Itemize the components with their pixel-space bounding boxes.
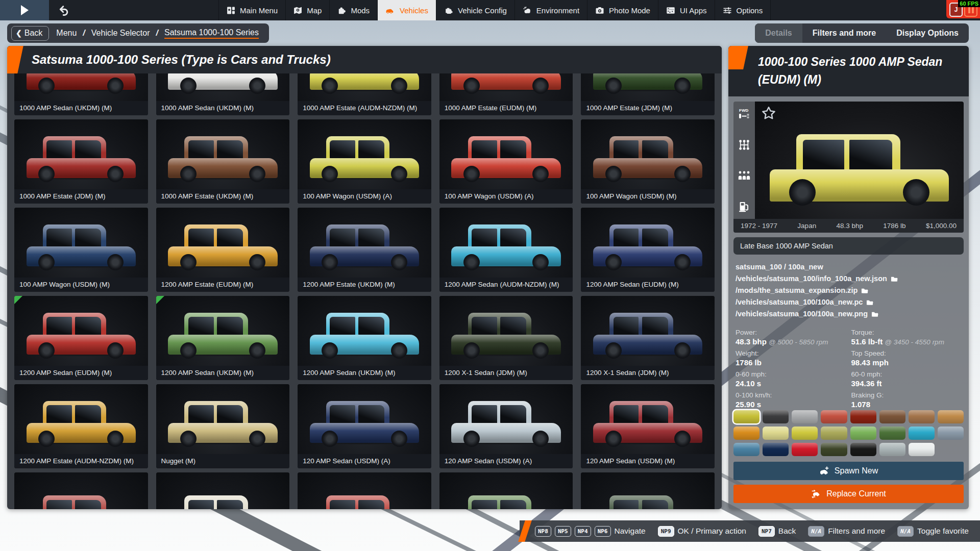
vehicle-card[interactable]: 1000 AMP Estate (UKDM) (M) [156,119,290,204]
car-thumbnail [593,227,703,270]
vehicle-card[interactable]: 1200 AMP Sedan (UKDM) (M) [156,296,290,380]
vehicle-card[interactable]: 1200 AMP Sedan (EUDM) (M) [14,296,148,380]
car-thumbnail [168,73,278,94]
paint-swatch[interactable] [850,443,876,456]
menu-item-vehicle-config[interactable]: Vehicle Config [436,0,514,20]
vehicle-card[interactable]: 1000 AMP Sedan (UKDM) (M) [14,73,148,115]
paint-swatch[interactable] [909,410,935,423]
svg-text:FWD: FWD [739,108,748,113]
vehicle-card[interactable]: 1000 AMP Estate (EUDM) (M) [439,73,573,115]
menu-item-main-menu[interactable]: Main Menu [218,0,285,20]
vehicle-card[interactable]: 100 AMP Wagon (USDM) (M) [581,119,715,204]
stat-0-100-km-h: 0-100 km/h:25.90 s [736,391,846,408]
vehicle-card[interactable]: 1200 AMP Sedan (UKDM) (M) [298,296,431,380]
vehicle-card-label: 1000 AMP Estate (UKDM) (M) [156,189,290,204]
vehicle-grid-viewport[interactable]: 1000 AMP Sedan (UKDM) (M)1000 AMP Sedan … [7,73,722,509]
vehicle-card[interactable]: 1000 AMP Estate (JDM) (M) [14,119,148,204]
vehicle-card[interactable]: 1000 AMP Estate (JDM) (M) [581,73,715,115]
vehicle-card[interactable]: 100 AMP Wagon (USDM) (A) [439,119,573,204]
vehicle-card[interactable]: 1200 X-1 Sedan (JDM) (M) [581,296,715,380]
vehicle-card[interactable] [14,472,148,509]
spawn-new-button[interactable]: Spawn New [733,462,964,480]
vehicle-thumbnail [581,384,715,454]
vehicle-thumbnail [439,208,573,278]
breadcrumb-menu[interactable]: Menu [56,29,77,38]
paint-swatch[interactable] [792,443,818,456]
menu-item-ui-apps[interactable]: UI Apps [658,0,715,20]
vehicle-card[interactable]: 1200 X-1 Sedan (JDM) (M) [439,296,573,380]
paint-swatch[interactable] [850,427,876,440]
car-thumbnail [593,404,703,447]
folder-icon[interactable] [866,299,873,306]
vehicle-card[interactable]: 100 AMP Wagon (USDM) (A) [298,119,431,204]
undo-button[interactable] [49,0,79,20]
vehicle-card[interactable] [581,472,715,509]
menu-item-vehicles[interactable]: Vehicles [377,0,436,20]
paint-swatch[interactable] [763,443,789,456]
back-button[interactable]: ❮ Back [11,26,49,41]
paint-swatch[interactable] [909,443,935,456]
replace-current-button[interactable]: Replace Current [733,485,964,503]
menu-item-label: Mods [351,6,370,15]
paint-swatch[interactable] [821,427,847,440]
paint-swatch[interactable] [733,427,760,440]
menu-item-photo-mode[interactable]: Photo Mode [587,0,658,20]
tab-filters-and-more[interactable]: Filters and more [802,23,886,43]
tab-display-options[interactable]: Display Options [886,23,969,43]
paint-swatch[interactable] [938,427,964,440]
folder-icon[interactable] [891,276,898,282]
menu-item-label: Photo Mode [609,6,650,15]
vehicle-card[interactable]: Nugget (M) [156,384,290,468]
paint-swatch[interactable] [763,427,789,440]
paint-swatch[interactable] [879,410,905,423]
car-thumbnail [168,139,278,182]
vehicle-card[interactable]: 120 AMP Sedan (USDM) (M) [581,384,715,468]
vehicle-card[interactable]: 100 AMP Wagon (USDM) (M) [14,208,148,292]
vehicle-power: 48.3 bhp [836,222,863,230]
menu-item-environment[interactable]: Environment [514,0,587,20]
tab-details[interactable]: Details [755,23,802,43]
folder-icon[interactable] [861,287,868,294]
vehicle-card[interactable]: 1200 AMP Estate (UKDM) (M) [298,208,431,292]
vehicle-thumbnail [581,472,715,509]
vehicle-file-path: /vehicles/satsuma_100/100a_new.png [736,310,962,318]
vehicle-card[interactable]: 1000 AMP Sedan (UKDM) (M) [156,73,290,115]
paint-swatch[interactable] [879,443,905,456]
vehicle-thumbnail [581,296,715,366]
menu-item-mods[interactable]: Mods [329,0,377,20]
breadcrumb-current-series[interactable]: Satsuma 1000-100 Series [164,28,259,39]
vehicle-card[interactable] [156,472,290,509]
paint-swatch[interactable] [821,443,847,456]
vehicle-card[interactable]: 1000 AMP Estate (AUDM-NZDM) (M) [298,73,431,115]
paint-swatch[interactable] [850,410,876,423]
paint-swatch[interactable] [792,427,818,440]
menu-item-label: Vehicle Config [458,6,507,15]
breadcrumb-vehicle-selector[interactable]: Vehicle Selector [91,29,150,38]
vehicle-card-label: 100 AMP Wagon (USDM) (A) [298,189,431,204]
vehicle-card[interactable]: 120 AMP Sedan (USDM) (A) [439,384,573,468]
paint-swatch[interactable] [763,410,789,423]
folder-icon[interactable] [871,311,878,317]
vehicle-card[interactable] [298,472,431,509]
hint-navigate: NP8NP5NP4NP6Navigate [535,526,646,537]
vehicle-card[interactable]: 1200 AMP Estate (EUDM) (M) [156,208,290,292]
vehicle-thumbnail [439,73,573,101]
paint-swatch[interactable] [792,410,818,423]
paint-swatch[interactable] [821,410,847,423]
vehicle-card[interactable]: 1200 AMP Estate (AUDM-NZDM) (M) [14,384,148,468]
menu-item-map[interactable]: Map [285,0,329,20]
favorite-star-icon[interactable] [761,106,776,121]
paint-swatch[interactable] [733,443,760,456]
vehicle-card-label: 120 AMP Sedan (USDM) (A) [439,454,573,468]
vehicle-card[interactable]: 1200 AMP Sedan (EUDM) (M) [581,208,715,292]
vehicle-card[interactable]: 1200 AMP Sedan (AUDM-NZDM) (M) [439,208,573,292]
paint-swatch[interactable] [733,410,760,423]
paint-swatch[interactable] [909,427,935,440]
vehicle-thumbnail [14,208,148,278]
play-button[interactable] [0,0,49,20]
vehicle-card[interactable]: 120 AMP Sedan (USDM) (A) [298,384,431,468]
vehicle-card[interactable] [439,472,573,509]
paint-swatch[interactable] [879,427,905,440]
paint-swatch[interactable] [938,410,964,423]
menu-item-options[interactable]: Options [715,0,771,20]
